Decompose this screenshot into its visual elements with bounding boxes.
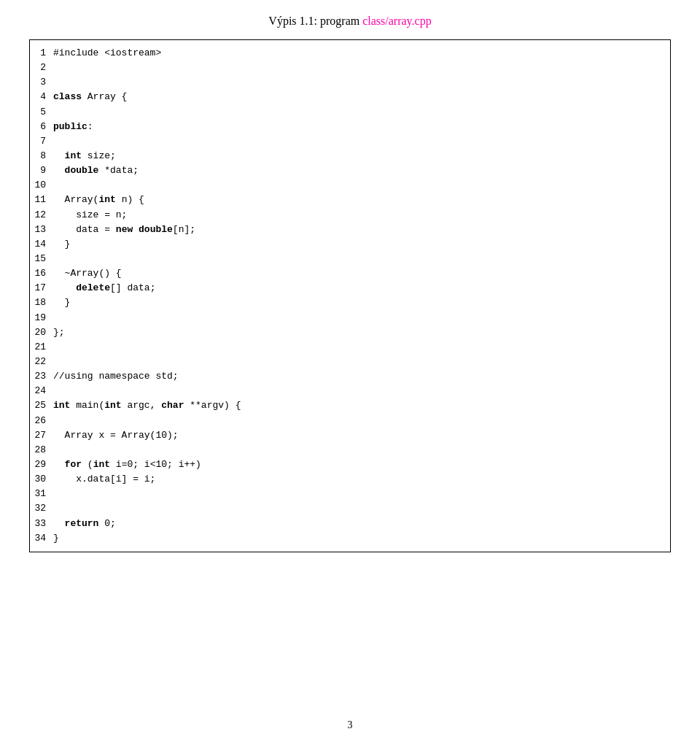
- line-number: 16: [30, 266, 53, 281]
- line-code: class Array {: [53, 90, 670, 104]
- table-row: 5: [30, 105, 670, 120]
- line-code: for (int i=0; i<10; i++): [53, 457, 670, 472]
- line-code: Array x = Array(10);: [53, 428, 670, 443]
- line-number: 33: [30, 517, 53, 531]
- line-code: return 0;: [53, 517, 670, 531]
- table-row: 13 data = new double[n];: [30, 223, 670, 237]
- line-code: }: [53, 531, 670, 546]
- line-code: int main(int argc, char **argv) {: [53, 398, 670, 413]
- table-row: 31: [30, 487, 670, 501]
- table-row: 34}: [30, 531, 670, 546]
- page-title: Výpis 1.1: program class/array.cpp: [29, 15, 671, 28]
- line-number: 23: [30, 369, 53, 384]
- table-row: 16 ~Array() {: [30, 266, 670, 281]
- line-number: 27: [30, 428, 53, 443]
- line-number: 12: [30, 208, 53, 223]
- table-row: 30 x.data[i] = i;: [30, 472, 670, 487]
- line-number: 26: [30, 414, 53, 428]
- table-row: 10: [30, 178, 670, 193]
- line-code: [53, 414, 670, 428]
- line-number: 14: [30, 237, 53, 252]
- line-code: [53, 178, 670, 193]
- page-number: 3: [0, 719, 700, 731]
- line-code: Array(int n) {: [53, 193, 670, 207]
- line-code: }: [53, 296, 670, 310]
- line-number: 7: [30, 134, 53, 149]
- line-code: [53, 134, 670, 149]
- line-number: 6: [30, 120, 53, 134]
- line-number: 28: [30, 443, 53, 457]
- line-number: 25: [30, 398, 53, 413]
- line-code: [53, 252, 670, 266]
- table-row: 21: [30, 340, 670, 355]
- table-row: 33 return 0;: [30, 517, 670, 531]
- line-code: double *data;: [53, 163, 670, 178]
- table-row: 24: [30, 384, 670, 398]
- table-row: 7: [30, 134, 670, 149]
- line-code: int size;: [53, 149, 670, 163]
- line-code: };: [53, 325, 670, 340]
- table-row: 22: [30, 355, 670, 369]
- line-number: 1: [30, 46, 53, 61]
- line-code: #include <iostream>: [53, 46, 670, 61]
- line-number: 30: [30, 472, 53, 487]
- line-number: 17: [30, 281, 53, 296]
- line-code: x.data[i] = i;: [53, 472, 670, 487]
- code-box: 1#include <iostream>234class Array {56pu…: [29, 39, 671, 552]
- line-code: [53, 105, 670, 120]
- line-number: 15: [30, 252, 53, 266]
- line-code: }: [53, 237, 670, 252]
- line-number: 21: [30, 340, 53, 355]
- page-container: Výpis 1.1: program class/array.cpp 1#inc…: [0, 0, 700, 753]
- line-number: 18: [30, 296, 53, 310]
- line-number: 3: [30, 75, 53, 90]
- line-code: data = new double[n];: [53, 223, 670, 237]
- table-row: 18 }: [30, 296, 670, 310]
- line-code: //using namespace std;: [53, 369, 670, 384]
- line-number: 20: [30, 325, 53, 340]
- table-row: 9 double *data;: [30, 163, 670, 178]
- table-row: 2: [30, 61, 670, 75]
- code-content: 1#include <iostream>234class Array {56pu…: [30, 46, 670, 546]
- line-code: [53, 75, 670, 90]
- table-row: 23//using namespace std;: [30, 369, 670, 384]
- line-number: 11: [30, 193, 53, 207]
- line-number: 2: [30, 61, 53, 75]
- line-number: 4: [30, 90, 53, 104]
- line-number: 29: [30, 457, 53, 472]
- line-code: ~Array() {: [53, 266, 670, 281]
- title-prefix: Výpis 1.1: program: [268, 15, 362, 27]
- line-number: 10: [30, 178, 53, 193]
- table-row: 20};: [30, 325, 670, 340]
- table-row: 8 int size;: [30, 149, 670, 163]
- line-code: public:: [53, 120, 670, 134]
- line-code: [53, 355, 670, 369]
- line-number: 24: [30, 384, 53, 398]
- line-number: 22: [30, 355, 53, 369]
- table-row: 6public:: [30, 120, 670, 134]
- table-row: 19: [30, 311, 670, 325]
- line-code: [53, 340, 670, 355]
- table-row: 25int main(int argc, char **argv) {: [30, 398, 670, 413]
- table-row: 17 delete[] data;: [30, 281, 670, 296]
- line-number: 9: [30, 163, 53, 178]
- line-number: 31: [30, 487, 53, 501]
- line-code: size = n;: [53, 208, 670, 223]
- table-row: 11 Array(int n) {: [30, 193, 670, 207]
- line-code: delete[] data;: [53, 281, 670, 296]
- line-number: 34: [30, 531, 53, 546]
- line-code: [53, 443, 670, 457]
- table-row: 32: [30, 501, 670, 516]
- line-code: [53, 61, 670, 75]
- table-row: 12 size = n;: [30, 208, 670, 223]
- table-row: 3: [30, 75, 670, 90]
- line-code: [53, 487, 670, 501]
- title-filename: class/array.cpp: [362, 15, 431, 27]
- table-row: 15: [30, 252, 670, 266]
- table-row: 4class Array {: [30, 90, 670, 104]
- line-number: 13: [30, 223, 53, 237]
- line-number: 5: [30, 105, 53, 120]
- line-number: 8: [30, 149, 53, 163]
- line-code: [53, 501, 670, 516]
- table-row: 29 for (int i=0; i<10; i++): [30, 457, 670, 472]
